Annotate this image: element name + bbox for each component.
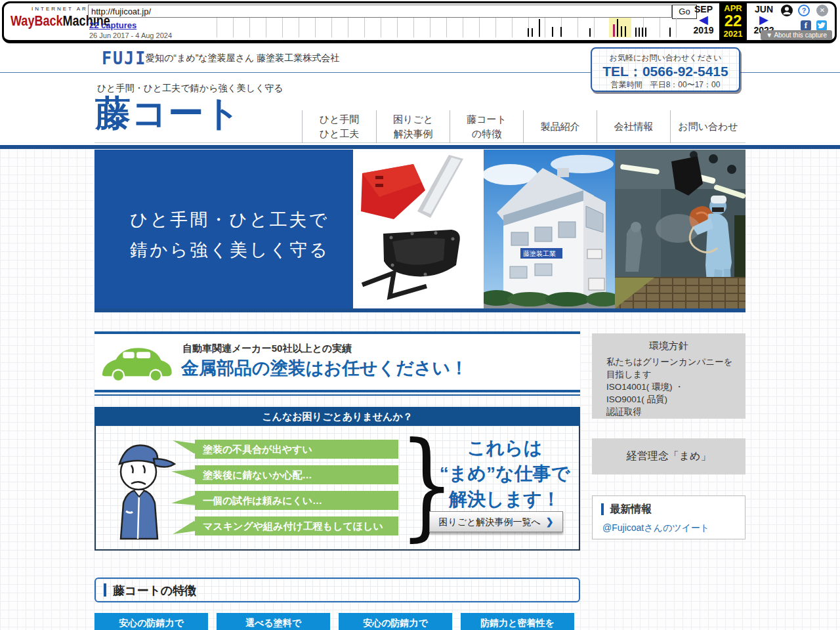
hero-line2: 錆から強く美しく守る bbox=[130, 240, 329, 260]
nav-item-contact[interactable]: お問い合わせ bbox=[670, 110, 746, 143]
hero-text-panel: ひと手間・ひと工夫で錆から強く美しく守る bbox=[94, 150, 353, 308]
nav-item-tokucho[interactable]: 藤コートの特徴 bbox=[450, 110, 523, 143]
business-hours: 営業時間 平日8：00〜17：00 bbox=[592, 79, 739, 91]
header-blue-bar bbox=[0, 145, 840, 149]
company-tagline: 愛知の“まめ”な塗装屋さん 藤塗装工業株式会社 bbox=[146, 52, 339, 64]
solution-text: これらは “まめ”な仕事で 解決します！ bbox=[423, 435, 587, 512]
current-capture-date[interactable]: APR 22 2021 bbox=[719, 1, 747, 42]
facebook-icon[interactable]: f bbox=[801, 20, 811, 31]
problem-item: 塗装の不具合が出やすい bbox=[195, 440, 398, 459]
url-input[interactable] bbox=[88, 5, 672, 18]
help-icon[interactable]: ? bbox=[798, 5, 810, 16]
main-nav: ひと手間ひと工夫 困りごと解決事例 藤コートの特徴 製品紹介 会社情報 お問い合… bbox=[302, 110, 746, 143]
prev-capture-arrow[interactable]: ◀ bbox=[689, 14, 718, 25]
site-title[interactable]: 藤コート bbox=[95, 90, 242, 138]
contact-tel-box: お気軽にお問い合わせください TEL：0566-92-5415 営業時間 平日8… bbox=[591, 47, 740, 92]
chevron-right-icon: ❯ bbox=[546, 516, 554, 527]
nav-item-hitotema[interactable]: ひと手間ひと工夫 bbox=[302, 110, 376, 143]
solution-cases-button[interactable]: 困りごと解決事例一覧へ❯ bbox=[429, 511, 563, 532]
feature-box-3[interactable]: 安心の防錆力で bbox=[339, 613, 452, 630]
wayback-timeline[interactable] bbox=[201, 18, 692, 37]
problem-item: 塗装後に錆ないか心配… bbox=[195, 465, 398, 484]
sidebar-philosophy[interactable]: 経営理念「まめ」 bbox=[592, 438, 746, 474]
nav-item-company[interactable]: 会社情報 bbox=[597, 110, 670, 143]
wayback-toolbar: INTERNET ARCHIVE WayBackMachine Go 22 ca… bbox=[2, 1, 837, 43]
hero-bottom-bar bbox=[94, 308, 746, 312]
building-sign-text: 藤塗装工業 bbox=[523, 250, 556, 257]
close-icon[interactable]: ✕ bbox=[816, 5, 828, 16]
heading-accent-bar bbox=[104, 583, 106, 597]
hero-photo-painted-parts bbox=[353, 150, 484, 308]
nav-item-komarigoto[interactable]: 困りごと解決事例 bbox=[376, 110, 450, 143]
hero-photo-factory-building: 藤塗装工業 bbox=[484, 150, 615, 308]
news-accent-bar bbox=[601, 503, 604, 515]
current-year-label: 2021 bbox=[719, 29, 747, 39]
feature-box-4[interactable]: 防錆力と密着性を bbox=[461, 613, 574, 630]
problems-header: こんなお困りごとありませんか？ bbox=[94, 407, 580, 426]
captures-link[interactable]: 22 captures bbox=[89, 20, 136, 30]
news-title: 最新情報 bbox=[610, 503, 652, 516]
car-icon bbox=[97, 342, 175, 387]
feature-box-1[interactable]: 安心の防錆力で bbox=[94, 613, 208, 630]
prev-capture-column: SEP ◀ 2019 bbox=[689, 4, 718, 35]
features-heading-box: 藤コートの特徴 bbox=[94, 578, 580, 602]
problems-box: 塗装の不具合が出やすい 塗装後に錆ないか心配… 一個の試作は頼みにくい… マスキ… bbox=[94, 426, 580, 551]
env-title: 環境方針 bbox=[592, 340, 746, 352]
intro-subtitle: 自動車関連メーカー50社以上との実績 bbox=[182, 343, 352, 355]
phone-number: TEL：0566-92-5415 bbox=[592, 64, 739, 79]
hero-photo-spray-booth bbox=[615, 150, 746, 308]
next-capture-arrow[interactable]: ▶ bbox=[749, 14, 778, 25]
hero-line1: ひと手間・ひと工夫で bbox=[130, 210, 329, 230]
capture-date-range: 26 Jun 2017 - 4 Aug 2024 bbox=[89, 32, 172, 39]
intro-headline: 金属部品の塗装はお任せください！ bbox=[181, 356, 468, 380]
about-arrow-icon: ▼ bbox=[766, 32, 772, 39]
worried-worker-illustration bbox=[101, 434, 181, 549]
about-this-capture-button[interactable]: ▼ About this capture bbox=[761, 30, 832, 40]
intro-strip: 自動車関連メーカー50社以上との実績 金属部品の塗装はお任せください！ bbox=[94, 331, 580, 392]
sidebar-environment-policy[interactable]: 環境方針 私たちはグリーンカンパニーを 目指します ISO14001( 環境) … bbox=[592, 333, 746, 419]
twitter-feed-link[interactable]: @Fujicoatさんのツイート bbox=[602, 522, 709, 534]
current-day-label: 22 bbox=[719, 13, 747, 29]
sidebar-news-box: 最新情報 @Fujicoatさんのツイート bbox=[592, 495, 746, 539]
nav-item-products[interactable]: 製品紹介 bbox=[523, 110, 597, 143]
problem-item: マスキングや組み付け工程もしてほしい bbox=[195, 516, 398, 536]
twitter-icon[interactable] bbox=[816, 20, 827, 31]
contact-invite-text: お気軽にお問い合わせください bbox=[592, 52, 739, 64]
feature-box-2[interactable]: 選べる塗料で bbox=[217, 613, 330, 630]
features-heading: 藤コートの特徴 bbox=[113, 583, 196, 598]
env-body: 私たちはグリーンカンパニーを 目指します ISO14001( 環境) ・ ISO… bbox=[606, 356, 746, 418]
prev-year-label[interactable]: 2019 bbox=[689, 25, 718, 35]
problem-item: 一個の試作は頼みにくい… bbox=[195, 491, 398, 510]
fuji-logo[interactable]: FUJI bbox=[102, 48, 146, 68]
profile-icon[interactable] bbox=[781, 5, 793, 19]
